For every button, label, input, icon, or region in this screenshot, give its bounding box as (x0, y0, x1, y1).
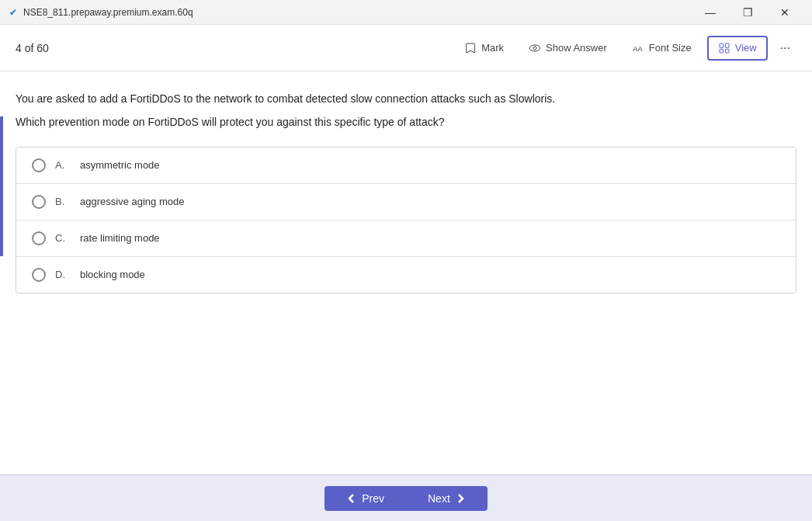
options-container: A. asymmetric mode B. aggressive aging m… (16, 147, 796, 293)
chevron-right-icon (455, 493, 466, 504)
chevron-left-icon (346, 493, 357, 504)
mark-button[interactable]: Mark (455, 37, 513, 59)
radio-c (32, 231, 46, 245)
question-text-2: Which prevention mode on FortiDDoS will … (16, 113, 796, 130)
prev-label: Prev (362, 492, 384, 505)
option-a[interactable]: A. asymmetric mode (16, 148, 796, 184)
svg-text:AA: AA (633, 45, 643, 53)
bookmark-icon (464, 42, 477, 54)
eye-icon (529, 42, 541, 54)
option-c-text: rate limiting mode (80, 232, 160, 244)
prev-button[interactable]: Prev (324, 486, 406, 511)
radio-b (32, 195, 46, 209)
option-c-letter: C. (55, 232, 71, 244)
option-a-text: asymmetric mode (80, 159, 160, 171)
next-label: Next (428, 492, 450, 505)
view-icon (718, 42, 730, 54)
app-icon: ✔ (9, 7, 17, 18)
svg-point-1 (533, 47, 536, 50)
mark-label: Mark (481, 42, 504, 54)
option-b[interactable]: B. aggressive aging mode (16, 184, 796, 221)
bottom-navigation: Prev Next (0, 474, 812, 521)
option-b-text: aggressive aging mode (80, 196, 184, 207)
show-answer-label: Show Answer (546, 42, 607, 54)
option-d-text: blocking mode (80, 269, 145, 280)
svg-rect-4 (725, 43, 729, 47)
show-answer-button[interactable]: Show Answer (519, 37, 616, 59)
svg-rect-5 (720, 49, 724, 53)
option-d[interactable]: D. blocking mode (16, 257, 796, 293)
option-c[interactable]: C. rate limiting mode (16, 221, 796, 257)
font-size-button[interactable]: AA Font Size (623, 37, 701, 59)
option-a-letter: A. (55, 159, 71, 171)
font-size-icon: AA (632, 42, 644, 54)
option-d-letter: D. (55, 269, 71, 280)
maximize-button[interactable]: ❐ (730, 0, 765, 25)
more-options-button[interactable]: ··· (774, 38, 796, 58)
toolbar-actions: Mark Show Answer AA Font Size View ··· (455, 36, 796, 61)
question-text-1: You are asked to add a FortiDDoS to the … (16, 90, 796, 107)
radio-d (32, 268, 46, 282)
main-content: You are asked to add a FortiDDoS to the … (0, 71, 812, 293)
view-label: View (735, 42, 757, 54)
font-size-label: Font Size (649, 42, 692, 54)
radio-a (32, 158, 46, 172)
toolbar: 4 of 60 Mark Show Answer AA Font Size (0, 25, 812, 71)
svg-rect-3 (720, 43, 724, 47)
left-accent-bar (0, 116, 3, 256)
window-controls: — ❐ ✕ (692, 0, 803, 25)
title-bar-left: ✔ NSE8_811.prepaway.premium.exam.60q (9, 7, 193, 18)
option-b-letter: B. (55, 196, 71, 207)
view-button[interactable]: View (707, 36, 768, 61)
svg-rect-6 (725, 49, 729, 53)
next-button[interactable]: Next (406, 486, 488, 511)
window-title: NSE8_811.prepaway.premium.exam.60q (23, 7, 193, 18)
svg-point-0 (529, 45, 540, 51)
question-count: 4 of 60 (16, 42, 436, 54)
minimize-button[interactable]: — (692, 0, 728, 25)
title-bar: ✔ NSE8_811.prepaway.premium.exam.60q — ❐… (0, 0, 812, 25)
close-button[interactable]: ✕ (767, 0, 803, 25)
